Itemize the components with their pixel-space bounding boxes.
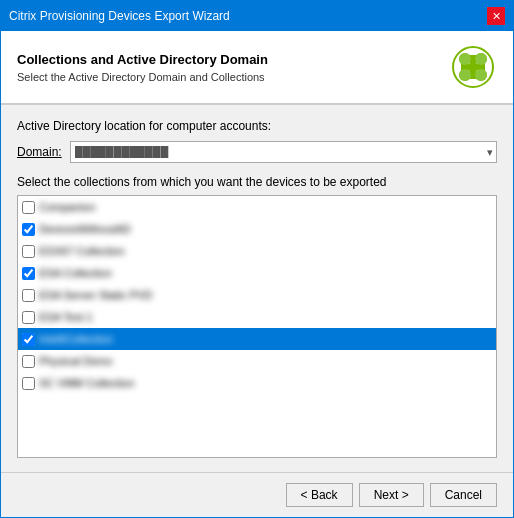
header-title: Collections and Active Directory Domain [17,52,449,67]
domain-select[interactable]: ████████████ [70,141,497,163]
list-item[interactable]: IntelliCollection [18,328,496,350]
title-bar: Citrix Provisioning Devices Export Wizar… [1,1,513,31]
collection-checkbox[interactable] [22,333,35,346]
collection-name: DevicesWithoutAD [39,223,131,235]
collection-checkbox[interactable] [22,355,35,368]
header-text: Collections and Active Directory Domain … [17,52,449,83]
collection-name: IntelliCollection [39,333,113,345]
collection-name: SC VMM Collection [39,377,134,389]
collection-checkbox[interactable] [22,245,35,258]
list-item[interactable]: Companion [18,196,496,218]
collection-name: ESX67 Collection [39,245,125,257]
window-title: Citrix Provisioning Devices Export Wizar… [9,9,230,23]
list-item[interactable]: Physical Demo [18,350,496,372]
back-button[interactable]: < Back [286,483,353,507]
collection-checkbox[interactable] [22,377,35,390]
header-subtitle: Select the Active Directory Domain and C… [17,71,449,83]
domain-select-wrapper[interactable]: ████████████ [70,141,497,163]
collection-name: ESA Collection [39,267,112,279]
domain-row: Domain: ████████████ [17,141,497,163]
list-item[interactable]: ESA Test 1 [18,306,496,328]
list-item[interactable]: SC VMM Collection [18,372,496,394]
collection-name: ESA Server Static PVD [39,289,152,301]
main-window: Citrix Provisioning Devices Export Wizar… [0,0,514,518]
list-item[interactable]: ESA Server Static PVD [18,284,496,306]
cancel-button[interactable]: Cancel [430,483,497,507]
svg-point-8 [475,53,487,65]
svg-point-10 [475,69,487,81]
collections-list-scroll[interactable]: CompanionDevicesWithoutADESX67 Collectio… [18,196,496,457]
collection-checkbox[interactable] [22,223,35,236]
svg-point-9 [459,69,471,81]
citrix-logo-icon [451,45,495,89]
list-item[interactable]: DevicesWithoutAD [18,218,496,240]
collection-checkbox[interactable] [22,289,35,302]
list-item[interactable]: ESA Collection [18,262,496,284]
collection-checkbox[interactable] [22,311,35,324]
close-button[interactable]: ✕ [487,7,505,25]
ad-location-label: Active Directory location for computer a… [17,119,497,133]
collections-list-wrapper: CompanionDevicesWithoutADESX67 Collectio… [17,195,497,458]
header-logo [449,43,497,91]
main-content: Active Directory location for computer a… [1,105,513,472]
collections-label: Select the collections from which you wa… [17,175,497,189]
next-button[interactable]: Next > [359,483,424,507]
list-item[interactable]: ESX67 Collection [18,240,496,262]
collection-checkbox[interactable] [22,201,35,214]
footer: < Back Next > Cancel [1,472,513,517]
collection-name: ESA Test 1 [39,311,93,323]
domain-label: Domain: [17,145,62,159]
svg-point-7 [459,53,471,65]
collection-checkbox[interactable] [22,267,35,280]
svg-point-11 [468,62,478,72]
header-section: Collections and Active Directory Domain … [1,31,513,104]
collection-name: Physical Demo [39,355,112,367]
collection-name: Companion [39,201,95,213]
